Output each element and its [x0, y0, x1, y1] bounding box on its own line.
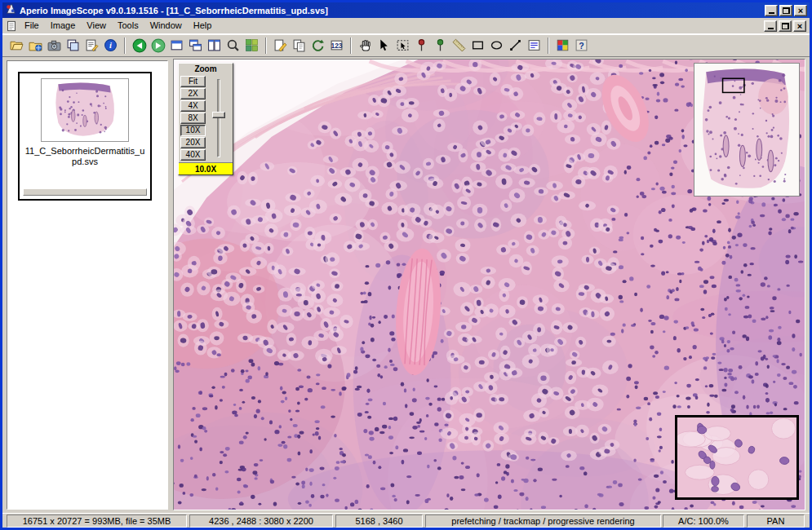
status-cursor-position: 5168 , 3460	[335, 515, 423, 528]
copy-annotations-button[interactable]	[290, 37, 308, 55]
navigate-forward-button[interactable]	[149, 37, 167, 55]
titlebar: Aperio ImageScope v9.0.19.1516 - [11_C_S…	[2, 2, 810, 18]
ruler-button[interactable]	[450, 37, 468, 55]
status-bar: 16751 x 20727 = 993MB, file = 35MB 4236 …	[2, 513, 810, 528]
document-icon[interactable]	[4, 20, 19, 33]
copy-region-button[interactable]	[64, 37, 82, 55]
zoom-palette: Zoom Fit 2X 4X 8X 10X 20X 40X	[178, 63, 233, 175]
toolbar-separator	[265, 38, 267, 54]
mdi-restore-icon	[782, 23, 789, 29]
rectangle-tool-button[interactable]	[468, 37, 487, 55]
edit-annotations-button[interactable]	[271, 37, 290, 55]
status-tool-mode: PAN	[747, 515, 805, 528]
select-arrow-button[interactable]	[375, 37, 393, 55]
open-button[interactable]	[7, 37, 26, 55]
menu-file[interactable]: File	[19, 19, 45, 33]
menu-view[interactable]: View	[81, 19, 112, 33]
counter-icon: 123	[330, 38, 344, 52]
forward-arrow-icon	[151, 38, 166, 53]
minimize-button[interactable]	[765, 5, 778, 16]
zoom-4x-button[interactable]: 4X	[180, 100, 206, 112]
toolbar-separator	[124, 38, 126, 54]
zoom-slider[interactable]	[206, 76, 231, 161]
zoom-40x-button[interactable]: 40X	[180, 149, 206, 161]
navigator-thumbnail[interactable]	[694, 64, 799, 196]
ellipse-icon	[490, 38, 504, 52]
mdi-close-icon: ×	[797, 22, 802, 30]
help-button[interactable]: ?	[572, 37, 591, 55]
zoom-2x-button[interactable]: 2X	[180, 88, 206, 99]
color-adjust-button[interactable]	[553, 37, 572, 55]
mdi-close-button[interactable]: ×	[793, 20, 806, 32]
copy-pages-icon	[292, 38, 306, 52]
mdi-minimize-button[interactable]	[764, 20, 777, 32]
cursor-arrow-icon	[377, 38, 391, 52]
pin-icon	[415, 38, 428, 52]
help-icon: ?	[575, 38, 588, 52]
open-folder-icon	[10, 38, 24, 52]
pin-alt-icon	[433, 38, 447, 52]
pan-hand-button[interactable]	[356, 37, 375, 55]
image-info-button[interactable]: i	[101, 37, 120, 55]
mdi-window-controls: ×	[764, 20, 806, 32]
slide-viewer[interactable]: Zoom Fit 2X 4X 8X 10X 20X 40X	[173, 59, 805, 510]
restore-icon	[783, 7, 790, 14]
menu-image[interactable]: Image	[45, 19, 82, 33]
menubar: File Image View Tools Window Help ×	[2, 18, 810, 34]
ellipse-tool-button[interactable]	[487, 37, 506, 55]
toolbar: i 123	[2, 34, 810, 57]
thumbnail-panel: 11_C_SeborrheicDermatitis_upd.svs	[7, 60, 168, 510]
toolbar-separator	[548, 38, 549, 54]
svg-text:?: ?	[579, 41, 583, 51]
line-icon	[508, 38, 522, 52]
zoom-slider-thumb[interactable]	[212, 112, 225, 118]
zoom-fit-button[interactable]: Fit	[180, 76, 206, 87]
status-image-info: 16751 x 20727 = 993MB, file = 35MB	[7, 515, 187, 528]
pin-alt-button[interactable]	[431, 37, 450, 55]
status-view-region: 4236 , 2488 : 3080 x 2200	[189, 515, 333, 528]
magnifier-icon	[226, 38, 240, 52]
snapshot-button[interactable]	[45, 37, 64, 55]
overview-navigator[interactable]	[694, 63, 800, 197]
color-palette-icon	[556, 38, 570, 52]
menu-help[interactable]: Help	[188, 19, 218, 33]
slide-thumbnail-item[interactable]: 11_C_SeborrheicDermatitis_upd.svs	[18, 72, 152, 201]
hand-icon	[358, 38, 373, 53]
thumbnail-scrollbar[interactable]	[23, 188, 147, 196]
status-render-status: prefetching / trackmap / progressive ren…	[425, 515, 661, 528]
select-region-button[interactable]	[393, 37, 412, 55]
close-button[interactable]: ×	[794, 5, 807, 16]
zoom-10x-button[interactable]: 10X	[180, 125, 206, 136]
line-tool-button[interactable]	[506, 37, 525, 55]
text-annotation-button[interactable]	[525, 37, 544, 55]
back-arrow-icon	[132, 38, 147, 53]
counter-tool-button[interactable]: 123	[327, 37, 346, 55]
tile-windows-button[interactable]	[205, 37, 224, 55]
info-icon: i	[104, 38, 118, 52]
window-chrome: Aperio ImageScope v9.0.19.1516 - [11_C_S…	[2, 2, 810, 528]
restore-button[interactable]	[779, 5, 792, 16]
new-window-button[interactable]	[167, 37, 186, 55]
text-lines-icon	[527, 38, 541, 52]
mdi-restore-button[interactable]	[779, 20, 792, 32]
magnifier-image	[677, 417, 796, 497]
pin-button[interactable]	[412, 37, 431, 55]
cascade-windows-button[interactable]	[186, 37, 205, 55]
navigate-back-button[interactable]	[130, 37, 149, 55]
menu-tools[interactable]: Tools	[112, 19, 144, 33]
zoom-slider-track[interactable]	[217, 79, 220, 157]
minimize-icon	[769, 12, 774, 14]
menu-window[interactable]: Window	[144, 19, 188, 33]
thumbnails-button[interactable]	[242, 37, 261, 55]
zoom-8x-button[interactable]: 8X	[180, 113, 206, 124]
zoom-select-button[interactable]	[224, 37, 242, 55]
svg-text:i: i	[109, 41, 112, 50]
slide-thumbnail-image[interactable]	[41, 78, 129, 142]
zoom-20x-button[interactable]: 20X	[180, 137, 206, 148]
open-remote-button[interactable]	[26, 37, 45, 55]
rotate-image-button[interactable]	[308, 37, 327, 55]
annotation-manager-button[interactable]	[82, 37, 101, 55]
new-window-icon	[170, 38, 184, 52]
magnifier-window[interactable]	[675, 415, 799, 500]
rectangle-icon	[471, 38, 485, 52]
